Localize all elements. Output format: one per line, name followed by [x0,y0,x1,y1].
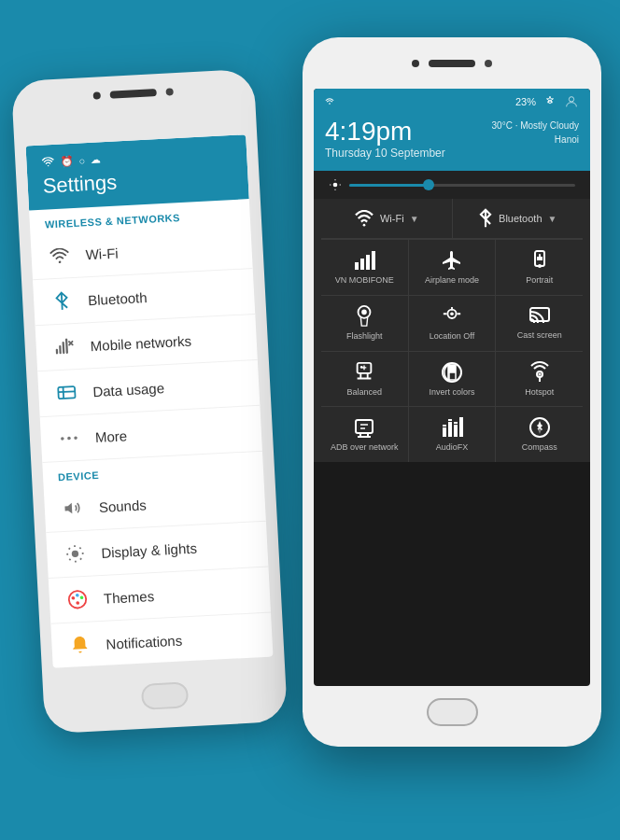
hotspot-label: Hotspot [525,387,554,398]
balanced-icon [353,361,375,384]
svg-rect-20 [360,259,364,270]
phone-back-home-button [141,681,189,710]
svg-line-4 [63,387,64,399]
wifi-label: Wi-Fi [85,245,119,262]
svg-point-6 [67,437,71,441]
svg-point-7 [74,436,78,440]
qs-item-compass[interactable]: Compass [496,407,583,462]
qs-wifi-icon [354,210,374,227]
qs-wifi-label: Wi-Fi [380,213,404,224]
svg-point-26 [362,309,368,315]
flashlight-icon [354,305,374,328]
phone-back-speaker [110,89,157,99]
qs-wifi-item[interactable]: Wi-Fi ▼ [321,199,453,238]
mobile-networks-icon [50,333,78,360]
adb-label: ADB over network [331,442,399,453]
svg-point-35 [538,372,541,375]
portrait-lock-icon [528,249,551,272]
svg-rect-44 [459,419,463,437]
location-icon [442,305,462,328]
date-display: Thursday 10 September [325,147,445,160]
qs-item-adb[interactable]: ADB over network [321,407,408,462]
sounds-label: Sounds [98,497,147,515]
display-label: Display & lights [101,539,197,560]
svg-point-5 [61,437,64,441]
phone-front-home-area [303,686,601,737]
airplane-label: Airplane mode [425,275,479,286]
phone-back-dot1 [93,91,101,99]
wifi-bt-row: Wi-Fi ▼ Bluetooth ▼ [321,199,583,239]
notifications-label: Notifications [106,632,182,651]
qs-wifi-bt-section: Wi-Fi ▼ Bluetooth ▼ [314,199,590,462]
phone-back: ⏰ ○ ☁ Settings WIRELESS & NETWORKS Wi-Fi… [11,69,288,735]
cast-icon [528,306,551,327]
brightness-icon [329,178,342,191]
location-label: Location Off [430,331,474,342]
notifications-icon [66,632,93,659]
time-date-block: 4:19pm Thursday 10 September [325,119,445,160]
status-right: 23% [515,94,579,109]
qs-item-balanced[interactable]: Balanced [321,352,408,407]
svg-point-16 [569,97,573,102]
time-display: 4:19pm [325,119,445,145]
svg-rect-21 [366,255,370,270]
phone-back-camera [165,88,173,95]
brightness-thumb [423,179,434,190]
sync-status-icon: ○ [78,155,85,166]
display-icon [62,540,89,567]
qs-item-audiofx[interactable]: AudioFX [409,407,496,462]
svg-point-13 [76,601,79,605]
qs-item-location[interactable]: Location Off [409,296,496,351]
phone-front-top [303,37,601,89]
qs-item-hotspot[interactable]: Hotspot [496,352,583,407]
svg-point-10 [71,596,75,600]
qs-item-vn-mobifone[interactable]: VN MOBIFONE [321,240,408,295]
bluetooth-icon [49,287,76,315]
brightness-control[interactable] [314,171,590,199]
flashlight-label: Flashlight [346,331,383,342]
settings-header: ⏰ ○ ☁ Settings [26,134,249,210]
audiofx-label: AudioFX [436,442,469,453]
svg-point-11 [76,594,79,597]
equalizer-icon [441,416,463,439]
svg-point-17 [333,183,338,188]
qs-bluetooth-icon [478,208,493,229]
qs-item-cast[interactable]: Cast screen [496,296,583,351]
status-left [325,98,334,105]
mobile-networks-label: Mobile networks [90,332,191,354]
svg-point-28 [450,312,454,315]
themes-icon [63,586,91,613]
more-label: More [94,427,127,445]
invert-colors-icon [441,361,463,384]
home-button[interactable] [427,698,478,726]
svg-point-14 [329,103,331,105]
cloud-status-icon: ☁ [91,153,102,166]
svg-point-24 [538,264,542,268]
svg-point-12 [80,595,84,599]
phone-screen: 23% 4:19pm Thursday 10 September 30°C · … [314,89,590,686]
brightness-bar[interactable] [349,184,575,187]
svg-point-8 [72,551,79,558]
compass-label: Compass [522,442,557,453]
qs-item-airplane[interactable]: Airplane mode [409,240,496,295]
signal-bars-icon [353,249,375,272]
svg-point-1 [59,261,62,264]
battery-text: 23% [515,96,536,107]
airplane-icon [441,249,463,272]
wifi-icon [46,242,73,269]
wifi-status-icon [41,156,55,168]
weather-location: Hanoi [492,133,579,147]
data-usage-label: Data usage [92,380,165,399]
qs-item-invert-colors[interactable]: Invert colors [409,352,496,407]
qs-bluetooth-item[interactable]: Bluetooth ▼ [453,199,584,238]
qs-item-portrait[interactable]: Portrait [496,240,583,295]
settings-title: Settings [42,164,233,199]
data-usage-icon [53,379,80,406]
compass-icon [528,416,551,439]
account-status-icon [564,94,579,109]
qs-item-flashlight[interactable]: Flashlight [321,296,408,351]
weather-block: 30°C · Mostly Cloudy Hanoi [492,119,579,147]
settings-status-icon [543,95,557,108]
qs-grid: VN MOBIFONE Airplane mode Portrait [321,239,583,462]
svg-point-18 [363,224,366,227]
